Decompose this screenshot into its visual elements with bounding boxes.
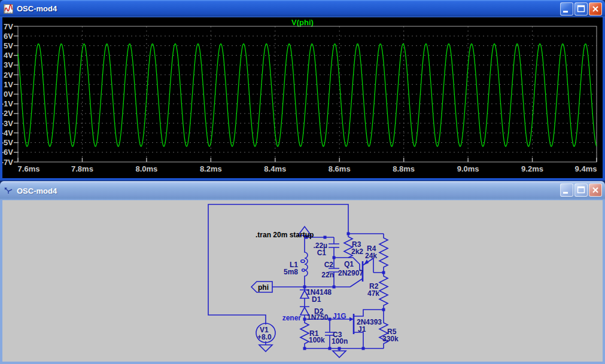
y-axis-tick-label: 4V (4, 51, 13, 60)
close-button[interactable] (589, 183, 602, 197)
wire-source[interactable] (354, 332, 363, 348)
minimize-icon (561, 3, 573, 15)
njfet-J1[interactable] (349, 314, 354, 334)
x-axis-tick-label: 8.6ms (329, 164, 351, 173)
label-C3-value[interactable]: 100n (332, 337, 348, 345)
maximize-button[interactable] (574, 2, 588, 16)
maximize-icon (575, 184, 587, 196)
minimize-button[interactable] (560, 2, 573, 16)
minimize-icon (561, 184, 573, 196)
maximize-button[interactable] (574, 183, 588, 197)
x-axis-tick-label: 7.8ms (71, 164, 93, 173)
label-R3-value[interactable]: 2k2 (351, 247, 363, 256)
y-axis-tick-label: -1V (2, 99, 13, 108)
wire-drain[interactable] (354, 310, 384, 316)
close-icon (589, 3, 601, 15)
voltage-trace (18, 44, 597, 146)
label-C2-value[interactable]: 22n (321, 271, 334, 279)
y-axis-tick-label: -2V (2, 109, 13, 118)
net-label-j1g[interactable]: J1G (333, 312, 346, 320)
y-axis-tick-label: -3V (2, 119, 13, 128)
y-axis-tick-label: 0V (4, 90, 13, 99)
y-axis-tick-label: 1V (4, 80, 13, 89)
window1-title: OSC-mod4 (17, 4, 57, 13)
maximize-icon (575, 3, 587, 15)
pnp-transistor-Q1[interactable] (363, 259, 369, 282)
resistor-R1[interactable] (300, 319, 309, 348)
inductor-L1[interactable] (301, 237, 308, 287)
net-flag-phi[interactable]: phi (251, 282, 272, 292)
window2-title: OSC-mod4 (17, 186, 57, 195)
waveform-pane[interactable]: V(phi) 7V6V5V4V3V2V1V0V-1V-2V-3V-4V-5V-6… (2, 17, 603, 178)
x-axis-tick-label: 7.6ms (18, 164, 40, 173)
label-R4-value[interactable]: 24k (365, 252, 377, 260)
close-icon (589, 184, 601, 196)
label-R5-value[interactable]: 330k (382, 335, 399, 343)
label-Q1-value[interactable]: 2N2907 (338, 269, 363, 277)
y-axis-tick-label: 7V (4, 22, 13, 31)
y-axis-tick-label: 5V (4, 41, 13, 50)
net-label-phi[interactable]: phi (258, 283, 269, 292)
label-D2-value[interactable]: 1N750 (307, 313, 329, 322)
y-axis-tick-label: -4V (2, 129, 13, 137)
x-axis-tick-label: 9.0ms (457, 164, 479, 173)
schematic-canvas[interactable]: phi .tran 20m startup L1 (2, 200, 603, 362)
label-R1-value[interactable]: 100k (309, 336, 325, 344)
y-axis-tick-label: 3V (4, 60, 13, 69)
label-R2-value[interactable]: 47k (367, 289, 379, 298)
x-axis-tick-label: 9.4ms (575, 164, 597, 173)
label-C1-ref[interactable]: C1 (317, 249, 327, 257)
y-axis-tick-label: -7V (2, 158, 13, 167)
minimize-button[interactable] (560, 183, 573, 197)
label-D1-ref[interactable]: D1 (312, 295, 321, 304)
waveform-plot[interactable]: 7V6V5V4V3V2V1V0V-1V-2V-3V-4V-5V-6V-7V7.6… (2, 17, 603, 178)
ground-symbol[interactable] (259, 345, 272, 351)
x-axis-tick-label: 8.0ms (135, 164, 157, 173)
y-axis-tick-label: -5V (2, 138, 13, 147)
label-V1-value[interactable]: +8.0 (257, 333, 272, 341)
x-axis-tick-label: 8.8ms (393, 164, 415, 173)
spice-directive[interactable]: .tran 20m startup (256, 231, 314, 239)
capacitor-C1[interactable] (329, 237, 339, 258)
y-axis-tick-label: 6V (4, 32, 13, 41)
schematic-pane[interactable]: phi .tran 20m startup L1 (2, 200, 603, 362)
net-label-zener[interactable]: zener (282, 314, 302, 322)
label-C2-ref[interactable]: C2 (324, 261, 334, 269)
waveform-window: OSC-mod4 V(phi) 7V6V5V4V3V2V1V0V-1V-2V-3… (0, 0, 605, 181)
label-L1-value[interactable]: 5m8 (284, 268, 298, 276)
label-J1-ref[interactable]: J1 (358, 325, 366, 334)
waveform-graph-icon (4, 4, 13, 14)
y-axis-tick-label: 2V (4, 71, 13, 79)
desktop: { "window1": { "title": "OSC-mod4", "ico… (0, 0, 605, 364)
waveform-window-titlebar[interactable]: OSC-mod4 (0, 0, 605, 17)
schematic-window: OSC-mod4 (0, 181, 605, 364)
wire-collector[interactable] (350, 279, 363, 287)
close-button[interactable] (589, 2, 602, 16)
x-axis-tick-label: 9.2ms (521, 164, 543, 173)
resistor-R4[interactable] (379, 234, 388, 273)
schematic-window-titlebar[interactable]: OSC-mod4 (0, 181, 605, 200)
resistor-R2[interactable] (379, 273, 388, 310)
y-axis-tick-label: -6V (2, 148, 13, 157)
label-Q1-ref[interactable]: Q1 (344, 260, 354, 268)
schematic-icon (4, 186, 13, 195)
x-axis-tick-label: 8.4ms (264, 164, 286, 173)
x-axis-tick-label: 8.2ms (200, 164, 222, 173)
